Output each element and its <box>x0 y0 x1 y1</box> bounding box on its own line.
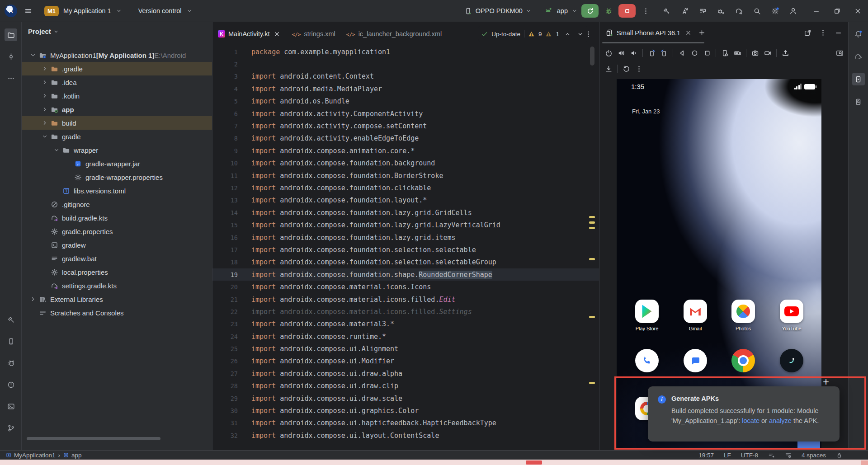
project-view-selector[interactable]: Project <box>28 28 51 35</box>
open-in-window-icon[interactable] <box>801 27 814 39</box>
tree-row[interactable]: .gradle <box>22 62 212 75</box>
tab-scrollbar[interactable] <box>602 42 704 43</box>
problems-icon[interactable] <box>5 378 17 391</box>
tree-chevron-icon[interactable] <box>40 91 50 101</box>
back-icon[interactable] <box>675 47 688 59</box>
editor-tab[interactable]: </>ic_launcher_background.xml <box>341 22 447 46</box>
running-devices-icon[interactable] <box>852 73 865 85</box>
code-line[interactable]: 7import androidx.activity.compose.setCon… <box>212 120 599 132</box>
breadcrumb-item[interactable]: app <box>63 452 82 459</box>
attach-debugger-icon[interactable] <box>714 5 727 17</box>
horizontal-scrollbar[interactable] <box>27 437 160 440</box>
search-everywhere-icon[interactable] <box>750 5 763 17</box>
overview-icon[interactable] <box>701 47 713 59</box>
gradle-sync-icon[interactable] <box>732 5 745 17</box>
warning-stripe-mark[interactable] <box>589 216 595 218</box>
status-4-spaces[interactable]: 4 spaces <box>802 452 826 459</box>
code-line[interactable]: 5import android.os.Bundle <box>212 95 599 108</box>
code-line[interactable]: 23import androidx.compose.material3.* <box>212 318 599 330</box>
panel-options-icon[interactable] <box>816 27 829 39</box>
notifications-icon[interactable] <box>852 28 865 40</box>
play-store-icon[interactable]: Play Store <box>635 300 659 331</box>
line-separator-icon[interactable] <box>768 452 775 459</box>
editor-tab[interactable]: KMainActivity.kt <box>212 22 287 46</box>
close-tab-icon[interactable] <box>273 28 281 40</box>
code-line[interactable]: 17import androidx.compose.foundation.sel… <box>212 244 599 256</box>
gmail-icon[interactable]: Gmail <box>684 300 707 331</box>
tree-row[interactable]: local.properties <box>22 265 212 279</box>
readonly-icon[interactable] <box>836 452 843 459</box>
tree-row[interactable]: gradle.properties <box>22 225 212 238</box>
code-line[interactable]: 16import androidx.compose.foundation.laz… <box>212 231 599 244</box>
gradle-icon[interactable] <box>852 50 865 63</box>
version-control-icon[interactable] <box>5 422 17 434</box>
code-line[interactable]: 19import androidx.compose.foundation.sha… <box>212 268 599 281</box>
tree-row[interactable]: gradlew.bat <box>22 252 212 265</box>
tree-chevron-icon[interactable] <box>40 64 50 74</box>
warning-stripe-mark[interactable] <box>589 227 595 229</box>
code-line[interactable]: 10import androidx.compose.foundation.bac… <box>212 157 599 169</box>
add-device-tab-icon[interactable] <box>695 27 708 39</box>
status-19-57[interactable]: 19:57 <box>698 452 714 459</box>
tree-row[interactable]: MyApplication1 [My Application 1] E:\And… <box>22 48 212 62</box>
screenshot-icon[interactable] <box>749 47 761 59</box>
device-tab[interactable]: Small Phone API 36.1 <box>603 27 695 39</box>
project-icon[interactable] <box>5 28 17 41</box>
reset-icon[interactable] <box>620 62 632 75</box>
code-line[interactable]: 21import androidx.compose.material.icons… <box>212 293 599 305</box>
power-icon[interactable] <box>602 47 615 59</box>
tree-row[interactable]: gradle-wrapper.properties <box>22 170 212 184</box>
status-lf[interactable]: LF <box>724 452 731 459</box>
tree-chevron-icon[interactable] <box>40 132 50 141</box>
next-problem-icon[interactable] <box>576 28 585 40</box>
code-line[interactable]: 4import android.media.MediaPlayer <box>212 83 599 95</box>
device-explorer-icon[interactable] <box>852 95 865 108</box>
close-device-tab-icon[interactable] <box>684 27 693 39</box>
device-manager-icon[interactable] <box>5 335 17 348</box>
chevron-down-icon[interactable] <box>571 8 578 14</box>
code-area[interactable]: 1package com.example.myapplication123imp… <box>212 46 599 442</box>
photos-icon[interactable]: Photos <box>731 300 755 331</box>
code-line[interactable]: 20import androidx.compose.material.icons… <box>212 281 599 293</box>
tree-row[interactable]: .gitignore <box>22 197 212 211</box>
code-line[interactable]: 30import androidx.compose.ui.graphics.Co… <box>212 404 599 417</box>
warning-stripe-mark[interactable] <box>589 221 595 224</box>
code-line[interactable]: 2 <box>212 58 599 70</box>
inspection-widget[interactable]: Up-to-date 9 1 <box>478 26 587 42</box>
account-icon[interactable] <box>787 5 799 17</box>
tree-row[interactable]: app <box>22 103 212 116</box>
tree-row[interactable]: Scratches and Consoles <box>22 306 212 319</box>
editor-tab[interactable]: </>strings.xml <box>287 22 341 46</box>
project-name-button[interactable]: My Application 1 <box>63 7 111 14</box>
code-line[interactable]: 12import androidx.compose.foundation.cli… <box>212 182 599 194</box>
build-icon[interactable] <box>5 313 17 326</box>
zoom-icon[interactable] <box>833 47 846 59</box>
code-line[interactable]: 28import androidx.compose.ui.draw.clip <box>212 380 599 392</box>
code-line[interactable]: 11import androidx.compose.foundation.Bor… <box>212 169 599 182</box>
tree-row[interactable]: build.gradle.kts <box>22 211 212 225</box>
tree-chevron-icon[interactable] <box>28 294 38 304</box>
phone-app-icon[interactable] <box>635 349 659 372</box>
chevron-down-icon[interactable] <box>116 8 122 14</box>
logcat-icon[interactable] <box>5 357 17 369</box>
run-more-icon[interactable] <box>639 5 652 17</box>
code-line[interactable]: 22import androidx.compose.material.icons… <box>212 305 599 318</box>
maximize-icon[interactable] <box>826 2 847 20</box>
code-line[interactable]: 9import androidx.compose.animation.core.… <box>212 145 599 157</box>
more-icon[interactable] <box>5 72 17 85</box>
rotate-left-icon[interactable] <box>645 47 658 59</box>
close-icon[interactable] <box>847 2 868 20</box>
minimize-icon[interactable] <box>806 2 826 20</box>
warning-stripe-mark[interactable] <box>589 258 595 260</box>
device-selector[interactable]: OPPO PDKM00 <box>464 5 532 17</box>
youtube-icon[interactable]: YouTube <box>780 300 803 331</box>
apply-code-icon[interactable] <box>696 5 709 17</box>
terminal-icon[interactable] <box>5 400 17 413</box>
tree-chevron-icon[interactable] <box>28 50 38 60</box>
code-line[interactable]: 13import androidx.compose.foundation.lay… <box>212 194 599 207</box>
code-line[interactable]: 1package com.example.myapplication1 <box>212 46 599 58</box>
editor-scrollbar-thumb[interactable] <box>590 47 594 66</box>
tree-row[interactable]: settings.gradle.kts <box>22 279 212 292</box>
main-menu-icon[interactable] <box>22 5 34 17</box>
home-icon[interactable] <box>688 47 701 59</box>
